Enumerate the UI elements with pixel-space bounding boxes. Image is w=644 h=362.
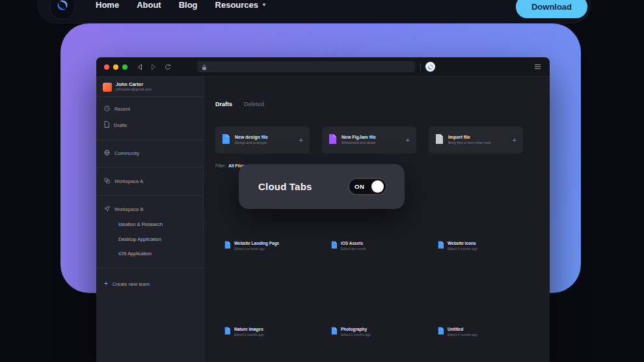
figma-dashboard: John Carter johncarter@gmail.com Recent … xyxy=(96,77,550,362)
card-subtitle: Bring files in from other tools xyxy=(448,141,491,145)
browser-chrome xyxy=(96,57,550,77)
maximize-window-button[interactable] xyxy=(122,64,127,70)
sidebar-item-label: Workspace A xyxy=(114,178,143,184)
card-title: New design file xyxy=(235,135,268,140)
file-tile-website-landing-page[interactable]: Website Landing Page Edited one week ago xyxy=(215,240,310,251)
close-window-button[interactable] xyxy=(104,64,109,70)
forward-button[interactable] xyxy=(151,61,156,73)
plus-icon: + xyxy=(299,136,303,144)
filter-label: Filter: xyxy=(215,163,226,168)
download-button-label: Download xyxy=(531,2,572,12)
user-account[interactable]: John Carter johncarter@gmail.com xyxy=(103,82,152,92)
divider xyxy=(96,139,203,140)
address-bar[interactable] xyxy=(197,61,415,72)
divider xyxy=(96,268,203,268)
file-edited: Edited 2 months ago xyxy=(234,333,264,337)
file-edited: Edited 2 months ago xyxy=(341,333,371,337)
card-subtitle: Whiteboard and ideate xyxy=(342,141,376,145)
sidebar-item-label: Recent xyxy=(114,106,130,112)
file-icon xyxy=(104,121,109,129)
design-file-icon xyxy=(438,240,444,251)
new-file-cards: New design file Design and prototype + N… xyxy=(215,126,523,154)
content-tabs: Drafts Deleted xyxy=(215,101,264,107)
sidebar-item-desktop-application[interactable]: Desktop Application xyxy=(118,234,161,244)
browser-menu-icon[interactable] xyxy=(533,62,542,71)
back-button[interactable] xyxy=(137,61,142,73)
user-name: John Carter xyxy=(116,82,152,87)
sidebar-item-workspace-a[interactable]: Workspace A xyxy=(104,176,143,186)
download-button[interactable]: Download xyxy=(516,0,587,18)
new-figjam-file-card[interactable]: New FigJam file Whiteboard and ideate + xyxy=(322,126,416,154)
nav-link-resources[interactable]: Resources ▼ xyxy=(215,0,267,10)
nav-link-label: Blog xyxy=(179,0,198,10)
design-file-icon xyxy=(224,240,230,251)
design-file-icon xyxy=(222,134,230,146)
cloud-tabs-toggle[interactable]: ON xyxy=(348,178,387,195)
sidebar-item-workspace-b[interactable]: Workspace B xyxy=(104,204,143,214)
sidebar: John Carter johncarter@gmail.com Recent … xyxy=(96,77,204,362)
design-file-icon xyxy=(331,240,337,251)
file-title: iOS Assets xyxy=(341,241,366,246)
card-title: New FigJam file xyxy=(342,135,376,140)
nav-links: Home About Blog Resources ▼ xyxy=(96,0,267,10)
window-controls xyxy=(104,64,127,70)
design-file-icon xyxy=(438,326,444,337)
clock-icon xyxy=(104,105,110,113)
minimize-window-button[interactable] xyxy=(113,64,118,70)
nav-link-about[interactable]: About xyxy=(137,0,161,10)
file-tile-photography[interactable]: Photography Edited 2 months ago xyxy=(322,326,416,337)
globe-icon xyxy=(104,150,110,157)
plus-icon: + xyxy=(513,136,517,144)
paper-plane-icon xyxy=(104,206,110,213)
new-design-file-card[interactable]: New design file Design and prototype + xyxy=(215,126,310,154)
chevron-down-icon: ▼ xyxy=(262,2,267,8)
design-file-icon xyxy=(331,326,337,337)
file-tile-website-icons[interactable]: Website Icons Edited 3 months ago xyxy=(429,240,523,251)
tab-deleted[interactable]: Deleted xyxy=(244,101,264,107)
card-title: Import file xyxy=(448,135,491,140)
divider xyxy=(96,96,203,97)
cloud-tabs-popup: Cloud Tabs ON xyxy=(239,164,405,209)
lock-icon xyxy=(202,61,207,73)
import-file-card[interactable]: Import file Bring files in from other to… xyxy=(429,126,523,154)
avatar xyxy=(103,83,112,92)
sidebar-item-community[interactable]: Community xyxy=(104,148,139,158)
main-content: Drafts Deleted New design file Design an… xyxy=(204,77,550,362)
import-file-icon xyxy=(435,134,443,146)
logo-swirl-icon xyxy=(56,0,69,14)
design-file-icon xyxy=(224,326,230,337)
file-tile-untitled[interactable]: Untitled Edited 4 months ago xyxy=(429,326,523,337)
file-edited: Edited last month xyxy=(341,247,366,251)
sidebar-item-ideation-research[interactable]: Ideation & Research xyxy=(118,219,163,229)
sidebar-item-drafts[interactable]: Drafts xyxy=(104,120,127,130)
sidebar-item-label: Drafts xyxy=(114,122,127,128)
workspace-icon xyxy=(104,178,110,185)
sidebar-item-ios-application[interactable]: iOS Application xyxy=(118,248,152,258)
card-subtitle: Design and prototype xyxy=(235,141,268,145)
browser-window: John Carter johncarter@gmail.com Recent … xyxy=(96,57,550,362)
nav-link-label: Home xyxy=(96,0,119,10)
cloud-tabs-title: Cloud Tabs xyxy=(258,181,312,192)
user-email: johncarter@gmail.com xyxy=(116,87,152,92)
file-title: Nature Images xyxy=(234,327,264,332)
figjam-file-icon xyxy=(329,134,336,146)
tab-drafts[interactable]: Drafts xyxy=(215,101,232,107)
create-new-team-button[interactable]: + Create new team xyxy=(104,279,150,289)
nav-link-label: About xyxy=(137,0,161,10)
file-tile-ios-assets[interactable]: iOS Assets Edited last month xyxy=(322,240,416,251)
refresh-button[interactable] xyxy=(165,61,171,73)
nav-link-blog[interactable]: Blog xyxy=(179,0,198,10)
sidebar-item-label: Community xyxy=(114,150,139,156)
nav-link-home[interactable]: Home xyxy=(96,0,119,10)
sidebar-subitem-label: iOS Application xyxy=(118,251,152,257)
nav-link-label: Resources xyxy=(215,0,258,10)
file-title: Website Landing Page xyxy=(234,241,279,246)
file-tile-nature-images[interactable]: Nature Images Edited 2 months ago xyxy=(215,326,310,337)
landing-page: Home About Blog Resources ▼ Download xyxy=(0,0,644,362)
divider xyxy=(96,167,203,168)
file-edited: Edited one week ago xyxy=(234,247,279,251)
create-team-label: Create new team xyxy=(113,281,150,287)
file-title: Untitled xyxy=(448,327,477,332)
browser-favicon xyxy=(425,62,435,72)
sidebar-item-recent[interactable]: Recent xyxy=(104,104,130,114)
